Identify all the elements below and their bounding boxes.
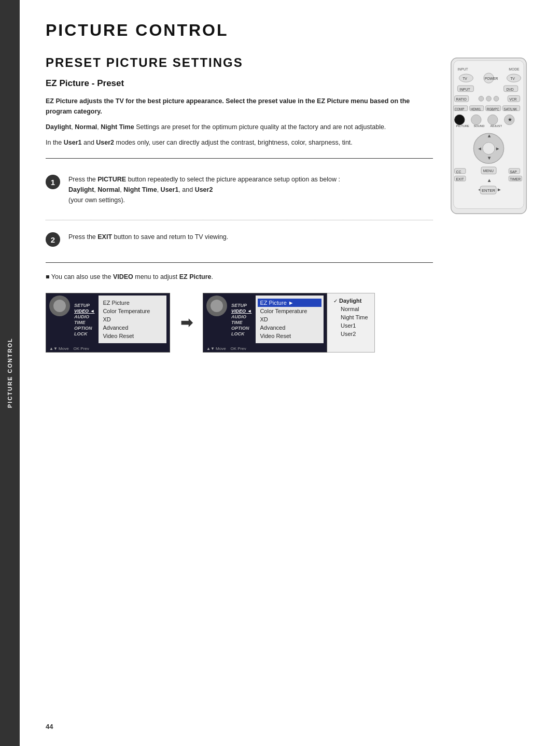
svg-text:▼: ▼ xyxy=(487,155,492,161)
submenu-panel: ✓Daylight Normal Night Time User1 User2 xyxy=(327,293,375,353)
menu1-tab-time: TIME xyxy=(74,320,94,325)
svg-text:HDMI1: HDMI1 xyxy=(471,107,481,111)
menu1-tab-video: VIDEO ◄ xyxy=(74,308,94,314)
body-paragraph-2: Daylight, Normal, Night Time Settings ar… xyxy=(46,122,433,132)
menu-screenshots: SETUP VIDEO ◄ AUDIO TIME OPTION LOCK EZ … xyxy=(46,293,433,353)
svg-text:▲: ▲ xyxy=(487,133,492,138)
svg-text:SAP: SAP xyxy=(510,170,517,174)
menu1-tab-audio: AUDIO xyxy=(74,314,94,319)
menu1-item-colortemp: Color Temperature xyxy=(103,307,162,315)
step-1-row: 1 Press the PICTURE button repeatedly to… xyxy=(46,169,433,210)
menu2-tab-option: OPTION xyxy=(231,326,251,331)
submenu-item-normal: Normal xyxy=(333,305,368,313)
svg-text:DVD: DVD xyxy=(506,88,513,91)
svg-text:TIMER: TIMER xyxy=(510,177,521,181)
step-2-circle: 2 xyxy=(46,232,60,247)
divider-bottom xyxy=(46,262,433,263)
svg-point-18 xyxy=(494,96,499,101)
menu2-item-ezpicture-highlighted: EZ Picture ► xyxy=(258,299,321,307)
svg-point-17 xyxy=(486,96,492,101)
menu2-footer: ▲▼ Move OK Prev xyxy=(203,345,327,352)
menu-box-1: SETUP VIDEO ◄ AUDIO TIME OPTION LOCK EZ … xyxy=(46,293,170,353)
divider-steps xyxy=(46,220,433,220)
remote-control-svg: INPUT MODE TV POWER TV INPUT DVD xyxy=(449,55,529,216)
step-1-text: Press the PICTURE button repeatedly to s… xyxy=(68,174,340,205)
svg-text:SAT/LNK: SAT/LNK xyxy=(504,107,518,111)
svg-text:ENTER: ENTER xyxy=(482,188,496,193)
menu2-tab-time: TIME xyxy=(231,320,251,325)
menu1-tab-lock: LOCK xyxy=(74,331,94,336)
steps-section: 1 Press the PICTURE button repeatedly to… xyxy=(46,169,433,252)
menu1-item-xd: XD xyxy=(103,315,162,323)
svg-text:►: ► xyxy=(495,146,500,151)
menu2-tab-lock: LOCK xyxy=(231,331,251,336)
menu2-tab-video: VIDEO ◄ xyxy=(231,308,251,314)
menu-box-2: SETUP VIDEO ◄ AUDIO TIME OPTION LOCK EZ … xyxy=(203,293,327,353)
step-2-text: Press the EXIT button to save and return… xyxy=(68,232,228,242)
svg-text:INPUT: INPUT xyxy=(459,88,470,91)
svg-text:TV: TV xyxy=(463,77,467,80)
svg-text:★: ★ xyxy=(508,117,512,122)
step-1-circle: 1 xyxy=(46,175,60,189)
svg-text:ADJUST: ADJUST xyxy=(490,124,502,128)
arrow-between-menus: ➡ xyxy=(180,314,192,331)
svg-text:EXIT: EXIT xyxy=(456,177,464,181)
menu2-item-advanced: Advanced xyxy=(260,323,319,332)
svg-point-31 xyxy=(471,115,481,124)
svg-text:►: ► xyxy=(497,187,502,192)
svg-text:VCR: VCR xyxy=(509,97,516,101)
body-paragraph-1: EZ Picture adjusts the TV for the best p… xyxy=(46,96,433,117)
sidebar: PICTURE CONTROL xyxy=(0,0,20,746)
svg-text:MENU: MENU xyxy=(483,169,494,173)
submenu-item-user1: User1 xyxy=(333,321,368,330)
divider-top xyxy=(46,158,433,159)
menu1-item-advanced: Advanced xyxy=(103,323,162,332)
svg-point-16 xyxy=(479,96,484,101)
svg-text:MODE: MODE xyxy=(509,67,520,71)
menu2-tab-audio: AUDIO xyxy=(231,314,251,319)
svg-point-38 xyxy=(483,143,495,154)
menu2-tab-setup: SETUP xyxy=(231,303,251,308)
page-title: PICTURE CONTROL xyxy=(46,21,529,40)
svg-text:POWER: POWER xyxy=(485,77,498,80)
section-title: PRESET PICTURE SETTINGS xyxy=(46,55,433,70)
note-bullet: ■ xyxy=(46,273,50,280)
body-paragraph-3: In the User1 and User2 modes only, user … xyxy=(46,137,433,148)
remote-control-area: INPUT MODE TV POWER TV INPUT DVD xyxy=(449,55,529,353)
svg-text:SOUND: SOUND xyxy=(473,124,484,128)
step-2-row: 2 Press the EXIT button to save and retu… xyxy=(46,227,433,252)
svg-text:RATIO: RATIO xyxy=(456,97,467,101)
menu2-item-xd: XD xyxy=(260,315,319,323)
menu2-item-colortemp: Color Temperature xyxy=(260,307,319,315)
svg-point-33 xyxy=(488,115,498,124)
menu1-tab-setup: SETUP xyxy=(74,303,94,308)
menu1-footer: ▲▼ Move OK Prev xyxy=(46,345,170,352)
menu1-item-ezpicture: EZ Picture xyxy=(103,299,162,307)
submenu-item-daylight: ✓Daylight xyxy=(333,297,368,305)
svg-text:PICTURE: PICTURE xyxy=(456,124,470,128)
svg-text:COMP: COMP xyxy=(455,107,465,111)
menu1-item-videoreset: Video Reset xyxy=(103,332,162,340)
svg-text:TV: TV xyxy=(510,77,515,80)
sidebar-label: PICTURE CONTROL xyxy=(7,338,13,409)
submenu-item-user2: User2 xyxy=(333,330,368,338)
page-number: 44 xyxy=(46,723,53,730)
subsection-title: EZ Picture - Preset xyxy=(46,78,433,89)
menu-box-2-with-sub: SETUP VIDEO ◄ AUDIO TIME OPTION LOCK EZ … xyxy=(203,293,375,353)
main-content: PICTURE CONTROL PRESET PICTURE SETTINGS … xyxy=(20,0,560,746)
note-text: ■ You can also use the VIDEO menu to adj… xyxy=(46,273,433,280)
menu2-item-videoreset: Video Reset xyxy=(260,332,319,340)
svg-text:▲: ▲ xyxy=(487,177,492,183)
svg-text:INPUT: INPUT xyxy=(457,67,468,71)
menu1-tab-option: OPTION xyxy=(74,326,94,331)
submenu-item-nighttime: Night Time xyxy=(333,313,368,321)
svg-point-29 xyxy=(455,115,465,124)
svg-text:CC: CC xyxy=(456,170,461,174)
svg-text:◄: ◄ xyxy=(477,146,482,151)
svg-text:RGB/PC: RGB/PC xyxy=(487,107,500,111)
